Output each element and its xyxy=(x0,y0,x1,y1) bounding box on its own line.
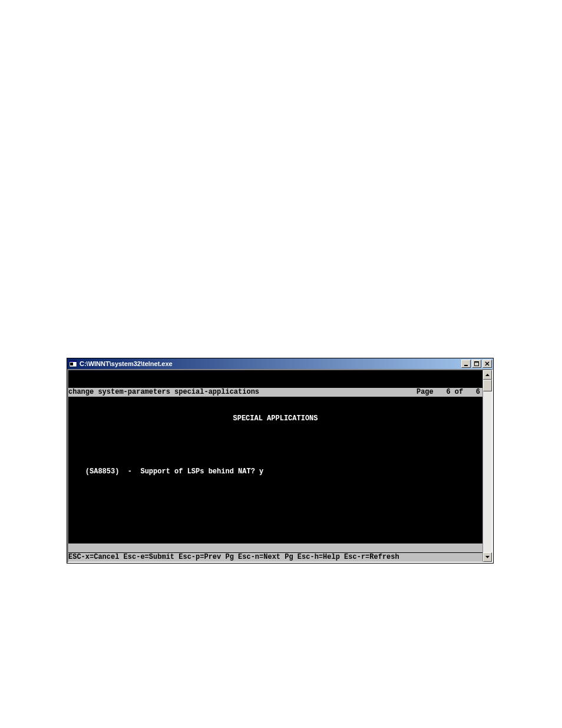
terminal-output[interactable]: change system-parameters special-applica… xyxy=(68,370,482,562)
command-text: change system-parameters special-applica… xyxy=(68,388,259,396)
terminal-window: C:\WINNT\system32\telnet.exe change syst… xyxy=(67,358,494,564)
page-of: of xyxy=(455,388,463,396)
svg-rect-3 xyxy=(464,365,468,366)
help-line: ESC-x=Cancel Esc-e=Submit Esc-p=Prev Pg … xyxy=(68,553,482,562)
vertical-scrollbar[interactable] xyxy=(482,370,492,562)
svg-rect-5 xyxy=(474,361,479,363)
field-code: (SA8853) xyxy=(85,467,120,476)
scroll-up-button[interactable] xyxy=(483,370,492,380)
window-title: C:\WINNT\system32\telnet.exe xyxy=(80,360,461,367)
scroll-track[interactable] xyxy=(483,380,492,552)
screen-title-line: SPECIAL APPLICATIONS xyxy=(68,414,482,423)
page-current: 6 xyxy=(446,388,450,396)
app-icon xyxy=(68,359,78,368)
window-controls xyxy=(461,360,492,368)
status-row xyxy=(68,543,482,552)
blank-line xyxy=(68,441,482,450)
scroll-down-button[interactable] xyxy=(483,552,492,562)
field-line: (SA8853) - Support of LSPs behind NAT? y xyxy=(68,467,482,476)
field-label: Support of LSPs behind NAT? xyxy=(140,467,254,476)
page-label: Page xyxy=(416,388,434,396)
page-total: 6 xyxy=(476,388,480,396)
field-value[interactable]: y xyxy=(259,467,263,476)
help-text: ESC-x=Cancel Esc-e=Submit Esc-p=Prev Pg … xyxy=(68,553,399,561)
field-separator: - xyxy=(128,467,132,476)
client-area: change system-parameters special-applica… xyxy=(67,369,493,563)
maximize-button[interactable] xyxy=(472,360,481,368)
titlebar[interactable]: C:\WINNT\system32\telnet.exe xyxy=(67,358,493,369)
svg-rect-1 xyxy=(70,361,77,362)
scroll-thumb[interactable] xyxy=(483,380,492,391)
screen-title: SPECIAL APPLICATIONS xyxy=(233,414,318,423)
close-button[interactable] xyxy=(482,360,492,368)
minimize-button[interactable] xyxy=(461,360,471,368)
svg-rect-2 xyxy=(70,363,73,365)
command-header: change system-parameters special-applica… xyxy=(68,388,482,397)
